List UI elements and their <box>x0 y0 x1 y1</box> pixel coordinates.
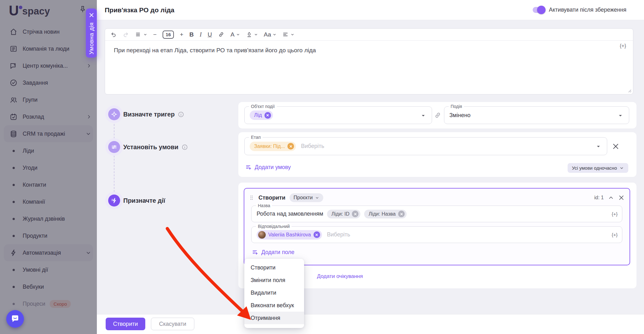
insert-token-button[interactable]: {+} <box>612 211 618 217</box>
actions-step-icon <box>108 195 120 207</box>
add-wait-link[interactable]: Додати очікування <box>317 273 363 280</box>
bold-button[interactable]: B <box>189 31 194 38</box>
chat-widget-button[interactable] <box>6 310 24 328</box>
chat-bubble-icon <box>10 314 20 324</box>
action-id: id: 1 <box>594 195 604 201</box>
steps-connector-line <box>114 121 114 195</box>
align-button[interactable] <box>282 31 294 38</box>
action-title: Створити <box>258 195 286 201</box>
step-actions-label: Призначте дії <box>123 195 165 207</box>
font-size-increase-button[interactable]: + <box>180 31 183 38</box>
sidebar-dim-overlay <box>0 0 97 334</box>
insert-link-icon[interactable] <box>218 31 225 38</box>
underline-button[interactable]: U <box>208 31 212 38</box>
responsible-field[interactable]: Відповідальний Valeriia Bashkirova Вибер… <box>251 226 622 243</box>
conditions-step-icon <box>108 141 120 153</box>
text-color-button[interactable]: A <box>230 31 240 38</box>
insert-token-button[interactable]: {+} <box>612 232 618 237</box>
chevron-down-icon <box>236 33 240 37</box>
menu-item-delete[interactable]: Видалити <box>244 286 304 299</box>
event-object-chip: Лід <box>250 110 273 120</box>
stage-placeholder: Виберіть <box>301 143 324 150</box>
action-block-header: Створити Проєкти id: 1 <box>249 192 625 203</box>
ink-drop-icon <box>246 31 253 38</box>
chevron-down-icon <box>143 33 147 37</box>
link-fields-icon <box>434 111 441 119</box>
dropdown-caret-icon[interactable] <box>595 143 602 150</box>
description-text: При переході на етап Ліда, створити РО т… <box>114 47 316 54</box>
drag-handle-icon[interactable] <box>249 195 254 201</box>
trigger-card: Об'єкт події Лід Подія Змінено <box>238 102 636 128</box>
event-type-field[interactable]: Подія Змінено <box>444 106 629 124</box>
remove-chip-icon[interactable] <box>314 231 320 238</box>
lines-icon <box>135 31 142 38</box>
list-plus-icon <box>252 249 258 256</box>
close-icon[interactable] <box>89 12 94 18</box>
conditions-mode-select[interactable]: Усі умови одночасно <box>568 163 628 173</box>
page-header: Прив'язка РО до ліда Активувати після зб… <box>97 0 644 20</box>
chevron-down-icon <box>254 33 258 37</box>
redo-icon[interactable] <box>123 31 129 38</box>
action-entity-select[interactable]: Проєкти <box>290 193 323 202</box>
insert-token-button[interactable]: {+} <box>620 43 626 49</box>
step-conditions-label: Установіть умови <box>123 141 188 153</box>
font-size-decrease-button[interactable]: − <box>153 31 157 38</box>
page-title: Прив'язка РО до ліда <box>105 6 175 14</box>
tab-label: Умовна дія <box>88 22 95 54</box>
menu-item-create[interactable]: Створити <box>244 261 304 274</box>
footer-bar: Створити Скасувати <box>97 314 644 334</box>
collapse-icon[interactable] <box>608 195 614 201</box>
chevron-down-icon <box>273 33 276 37</box>
cancel-button[interactable]: Скасувати <box>151 318 194 330</box>
create-button[interactable]: Створити <box>106 318 145 330</box>
task-name-field[interactable]: Назва Робота над замовленням Ліди: ID Лі… <box>251 206 622 222</box>
remove-chip-icon[interactable] <box>398 211 405 217</box>
dropdown-caret-icon[interactable] <box>420 112 427 119</box>
menu-item-run-webhook[interactable]: Виконати вебхук <box>244 299 304 312</box>
stage-condition-field[interactable]: Етап Заявки: Під... Виберіть <box>244 137 607 155</box>
text-case-button[interactable]: Aa <box>264 31 276 38</box>
responsible-placeholder: Виберіть <box>327 231 350 238</box>
undo-icon[interactable] <box>110 31 117 38</box>
action-block: Створити Проєкти id: 1 Назва Робота над … <box>244 188 630 265</box>
remove-chip-icon[interactable] <box>287 143 294 150</box>
event-object-field[interactable]: Об'єкт події Лід <box>244 106 432 124</box>
line-height-button[interactable] <box>135 31 147 38</box>
trigger-step-icon <box>108 108 120 120</box>
token-chip: Ліди: ID <box>327 210 360 218</box>
highlight-color-button[interactable] <box>246 31 258 38</box>
list-plus-icon <box>245 164 252 171</box>
chevron-down-icon <box>291 33 294 37</box>
activate-toggle-label: Активувати після збереження <box>549 7 627 13</box>
activate-toggle[interactable] <box>533 7 545 13</box>
token-chip: Ліди: Назва <box>364 210 407 218</box>
step-trigger-label: Визначте тригер <box>123 108 184 120</box>
close-icon[interactable] <box>618 195 625 201</box>
remove-condition-icon[interactable] <box>612 143 619 150</box>
menu-item-change-fields[interactable]: Змінити поля <box>244 274 304 286</box>
chevron-down-icon <box>619 166 624 170</box>
resize-handle-icon[interactable] <box>627 88 631 93</box>
conditional-action-tab[interactable]: Умовна дія <box>86 8 97 58</box>
menu-item-receive[interactable]: Отримання <box>244 312 304 324</box>
align-lines-icon <box>282 31 289 38</box>
info-icon[interactable] <box>181 144 188 150</box>
add-field-link[interactable]: Додати поле <box>252 249 294 256</box>
editor-toolbar: − 16 + B I U A Aa <box>105 29 633 41</box>
conditions-card: Етап Заявки: Під... Виберіть Додати умов… <box>238 132 636 177</box>
remove-chip-icon[interactable] <box>264 112 271 119</box>
event-type-value: Змінено <box>449 112 470 119</box>
task-name-value: Робота над замовленням <box>257 211 323 217</box>
dropdown-caret-icon[interactable] <box>617 112 624 119</box>
avatar <box>258 231 266 239</box>
remove-chip-icon[interactable] <box>352 211 358 217</box>
info-icon[interactable] <box>178 111 184 118</box>
description-text-area[interactable]: При переході на етап Ліда, створити РО т… <box>105 41 633 60</box>
italic-button[interactable]: I <box>200 31 202 38</box>
toggle-knob <box>537 6 546 14</box>
add-condition-link[interactable]: Додати умову <box>245 164 291 171</box>
font-size-value[interactable]: 16 <box>163 31 174 39</box>
stage-chip: Заявки: Під... <box>250 142 296 151</box>
chevron-down-icon <box>315 196 319 200</box>
responsible-chip: Valeriia Bashkirova <box>257 230 322 240</box>
